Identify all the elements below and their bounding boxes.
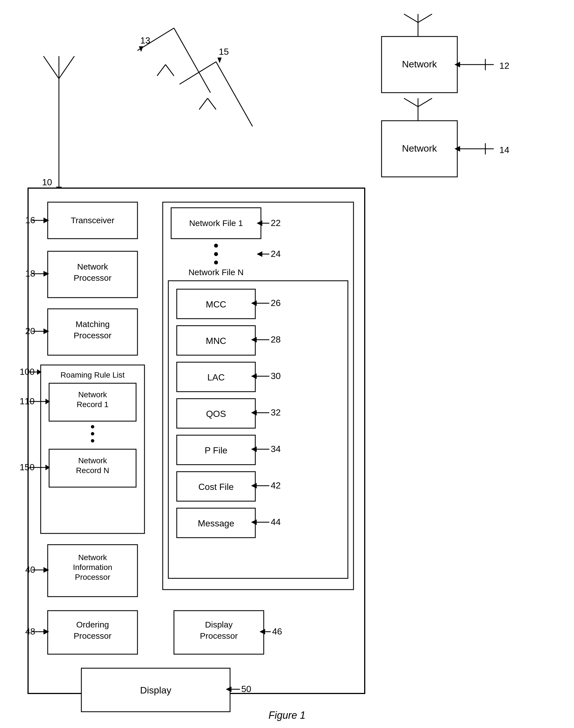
svg-text:Processor: Processor: [75, 573, 110, 581]
svg-text:Matching: Matching: [76, 319, 110, 329]
svg-text:26: 26: [271, 298, 281, 308]
svg-text:Cost File: Cost File: [198, 482, 234, 492]
svg-text:44: 44: [271, 517, 281, 527]
svg-text:Network File N: Network File N: [189, 268, 244, 277]
svg-text:P File: P File: [205, 445, 227, 455]
svg-text:42: 42: [271, 481, 281, 491]
svg-marker-36: [217, 58, 221, 63]
svg-text:10: 10: [42, 177, 52, 187]
svg-line-34: [208, 98, 216, 110]
svg-text:Figure 1: Figure 1: [269, 710, 305, 721]
svg-point-108: [214, 261, 218, 265]
svg-text:Record N: Record N: [76, 466, 109, 475]
diagram-svg: Network 12 Network 14 10: [0, 0, 574, 728]
svg-line-27: [157, 65, 166, 76]
svg-line-33: [199, 98, 208, 110]
svg-text:Display: Display: [140, 685, 171, 695]
svg-text:Network File 1: Network File 1: [189, 219, 243, 228]
svg-text:12: 12: [499, 61, 509, 71]
svg-line-2: [418, 14, 432, 23]
svg-text:Processor: Processor: [74, 331, 111, 340]
svg-text:Network: Network: [77, 262, 108, 271]
svg-line-26: [174, 28, 210, 93]
svg-text:Record 1: Record 1: [77, 400, 109, 409]
svg-point-107: [214, 252, 218, 256]
svg-text:Information: Information: [73, 563, 112, 572]
svg-text:Display: Display: [205, 620, 233, 629]
svg-line-22: [59, 56, 74, 79]
svg-text:Roaming Rule List: Roaming Rule List: [60, 371, 125, 379]
svg-text:14: 14: [499, 145, 509, 155]
svg-text:Message: Message: [198, 518, 234, 528]
diagram: Network 12 Network 14 10: [0, 0, 574, 728]
svg-text:15: 15: [219, 47, 229, 57]
svg-text:Network: Network: [402, 143, 437, 154]
svg-line-31: [179, 62, 216, 84]
svg-text:Processor: Processor: [74, 273, 111, 282]
svg-text:Processor: Processor: [200, 631, 238, 640]
svg-text:Transceiver: Transceiver: [71, 216, 115, 225]
svg-line-11: [404, 98, 418, 107]
svg-text:22: 22: [271, 218, 281, 228]
svg-text:Processor: Processor: [74, 631, 111, 640]
svg-text:MCC: MCC: [206, 299, 227, 309]
svg-text:28: 28: [271, 334, 281, 344]
svg-line-12: [418, 98, 432, 107]
svg-line-32: [216, 62, 252, 126]
svg-point-106: [214, 244, 218, 247]
svg-text:13: 13: [140, 35, 150, 45]
svg-text:Ordering: Ordering: [76, 620, 109, 629]
svg-point-66: [91, 425, 94, 428]
svg-line-1: [404, 14, 418, 23]
svg-text:LAC: LAC: [207, 372, 225, 382]
svg-text:34: 34: [271, 444, 281, 454]
svg-text:32: 32: [271, 407, 281, 418]
svg-text:46: 46: [272, 626, 282, 637]
svg-text:24: 24: [271, 249, 281, 259]
svg-text:30: 30: [271, 371, 281, 381]
svg-line-21: [43, 56, 59, 79]
svg-text:Network: Network: [78, 456, 108, 465]
svg-text:Network: Network: [78, 553, 108, 562]
svg-text:MNC: MNC: [206, 336, 227, 346]
svg-point-67: [91, 432, 94, 435]
svg-text:Network: Network: [402, 59, 437, 69]
svg-text:50: 50: [241, 684, 251, 694]
svg-text:Network: Network: [78, 390, 108, 399]
svg-point-68: [91, 439, 94, 443]
svg-line-28: [166, 65, 174, 76]
svg-text:QOS: QOS: [206, 409, 226, 419]
